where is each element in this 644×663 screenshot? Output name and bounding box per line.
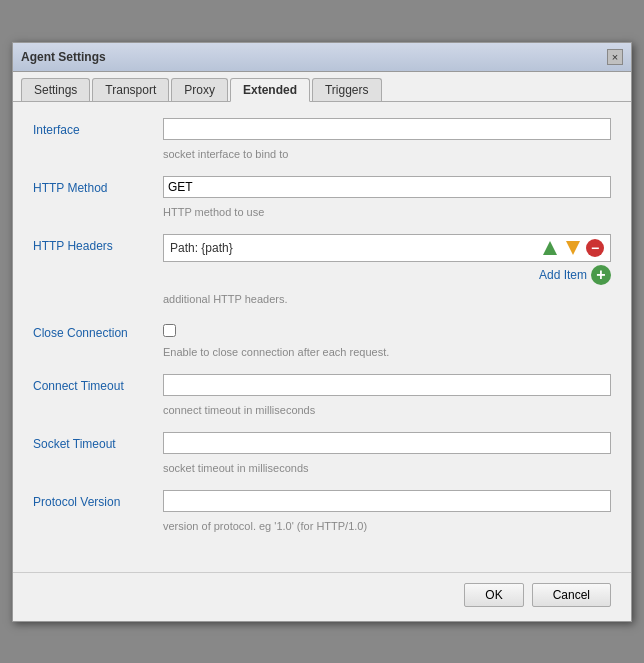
footer: OK Cancel [13,572,631,621]
add-item-link[interactable]: Add Item [539,268,587,282]
http-headers-hint: additional HTTP headers. [163,293,288,305]
interface-hint: socket interface to bind to [163,148,288,160]
close-connection-checkbox[interactable] [163,324,176,337]
interface-hint-row: socket interface to bind to [33,146,611,168]
close-connection-field [163,321,611,340]
close-connection-row: Close Connection [33,321,611,340]
protocol-version-row: Protocol Version [33,490,611,512]
connect-timeout-hint-row: connect timeout in milliseconds [33,402,611,424]
header-controls: − [540,238,604,258]
interface-field [163,118,611,140]
protocol-version-hint: version of protocol. eg '1.0' (for HTTP/… [163,520,367,532]
agent-settings-window: Agent Settings × Settings Transport Prox… [12,42,632,622]
http-headers-hint-row: additional HTTP headers. [33,291,611,313]
http-method-hint-row: HTTP method to use [33,204,611,226]
tab-bar: Settings Transport Proxy Extended Trigge… [13,72,631,102]
interface-input[interactable] [163,118,611,140]
socket-timeout-label: Socket Timeout [33,432,163,451]
http-method-hint: HTTP method to use [163,206,264,218]
http-method-input[interactable] [163,176,611,198]
protocol-version-field [163,490,611,512]
move-up-button[interactable] [540,238,560,258]
add-item-button[interactable]: + [591,265,611,285]
remove-button[interactable]: − [586,239,604,257]
tab-extended[interactable]: Extended [230,78,310,102]
interface-row: Interface [33,118,611,140]
move-down-button[interactable] [563,238,583,258]
connect-timeout-hint: connect timeout in milliseconds [163,404,315,416]
protocol-version-hint-row: version of protocol. eg '1.0' (for HTTP/… [33,518,611,540]
protocol-version-input[interactable] [163,490,611,512]
socket-timeout-hint-row: socket timeout in milliseconds [33,460,611,482]
close-button[interactable]: × [607,49,623,65]
connect-timeout-row: Connect Timeout [33,374,611,396]
socket-timeout-input[interactable] [163,432,611,454]
http-headers-row: HTTP Headers Path: {path} − [33,234,611,285]
header-item-text: Path: {path} [170,241,233,255]
connect-timeout-field [163,374,611,396]
http-headers-label: HTTP Headers [33,234,163,253]
title-bar: Agent Settings × [13,43,631,72]
ok-button[interactable]: OK [464,583,523,607]
socket-timeout-field [163,432,611,454]
cancel-button[interactable]: Cancel [532,583,611,607]
tab-proxy[interactable]: Proxy [171,78,228,101]
form-content: Interface socket interface to bind to HT… [13,102,631,564]
socket-timeout-row: Socket Timeout [33,432,611,454]
http-headers-list: Path: {path} − [163,234,611,262]
close-connection-hint-row: Enable to close connection after each re… [33,344,611,366]
add-item-row: Add Item + [163,265,611,285]
close-connection-label: Close Connection [33,321,163,340]
arrow-down-icon [566,241,580,255]
arrow-up-icon [543,241,557,255]
http-headers-container: Path: {path} − Add Item [163,234,611,285]
protocol-version-label: Protocol Version [33,490,163,509]
tab-transport[interactable]: Transport [92,78,169,101]
tab-settings[interactable]: Settings [21,78,90,101]
connect-timeout-label: Connect Timeout [33,374,163,393]
http-method-label: HTTP Method [33,176,163,195]
interface-label: Interface [33,118,163,137]
header-item: Path: {path} − [164,235,610,261]
http-method-row: HTTP Method [33,176,611,198]
close-connection-hint: Enable to close connection after each re… [163,346,389,358]
connect-timeout-input[interactable] [163,374,611,396]
window-title: Agent Settings [21,50,106,64]
socket-timeout-hint: socket timeout in milliseconds [163,462,309,474]
tab-triggers[interactable]: Triggers [312,78,382,101]
http-method-field [163,176,611,198]
